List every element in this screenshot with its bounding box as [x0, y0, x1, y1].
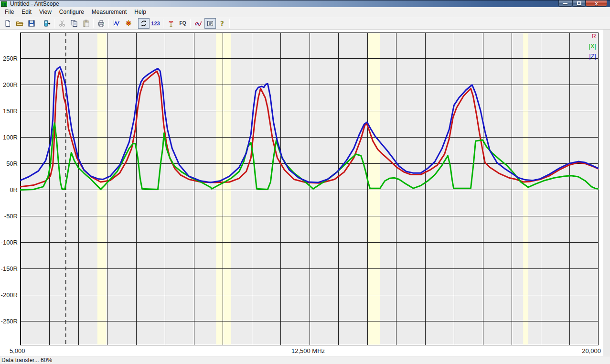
- scissors-icon: [58, 20, 66, 27]
- svg-text:?: ?: [220, 20, 224, 27]
- chart-button[interactable]: [111, 18, 122, 29]
- status-bar: Data transfer... 60%: [0, 356, 610, 364]
- connect-analyzer-button[interactable]: [41, 18, 53, 29]
- continuous-scan-button[interactable]: [138, 18, 150, 29]
- menu-measurement[interactable]: Measurement: [88, 8, 130, 16]
- y-tick: -250R: [0, 318, 18, 325]
- x-tick: 12,500 MHz: [260, 347, 356, 355]
- open-folder-icon: [16, 20, 23, 27]
- new-document-icon: [4, 20, 11, 27]
- close-button[interactable]: x: [586, 0, 607, 7]
- help-icon: ?: [218, 20, 226, 27]
- toolbar-separator: [163, 19, 163, 28]
- band-highlight: [523, 32, 528, 345]
- frequency-button[interactable]: FQ: [177, 18, 189, 29]
- y-tick: 50R: [0, 160, 18, 168]
- y-tick: -150R: [0, 265, 18, 273]
- legend-Z: |Z|: [572, 51, 596, 61]
- y-tick: 150R: [0, 107, 18, 115]
- menu-help[interactable]: Help: [130, 8, 150, 16]
- menu-edit[interactable]: Edit: [18, 8, 35, 16]
- menu-file[interactable]: File: [1, 8, 18, 16]
- multi-graph-button[interactable]: [193, 18, 204, 29]
- antscope-window: Untitled - AntScope x File Edit View Con…: [0, 0, 610, 364]
- help-button[interactable]: ?: [216, 18, 228, 29]
- legend-X: |X|: [572, 41, 596, 51]
- y-tick: -100R: [0, 239, 18, 246]
- save-button[interactable]: [26, 18, 37, 29]
- numbers-button[interactable]: 123: [150, 18, 161, 29]
- paste-icon: [82, 20, 90, 27]
- waves-icon: [194, 20, 202, 27]
- list-icon: [206, 20, 214, 27]
- menu-configure[interactable]: Configure: [55, 8, 88, 16]
- paste-button[interactable]: [80, 18, 92, 29]
- title-bar: Untitled - AntScope x: [0, 0, 610, 7]
- close-icon: x: [595, 1, 598, 6]
- x-tick: 20,000: [529, 347, 601, 355]
- star-delete-icon: [125, 20, 132, 27]
- legend: R|X||Z|: [572, 31, 596, 61]
- y-tick: -200R: [0, 291, 18, 299]
- new-file-button[interactable]: [2, 18, 13, 29]
- refresh-arrows-icon: [140, 20, 148, 27]
- right-gutter: [603, 30, 610, 356]
- show-table-button[interactable]: [204, 18, 216, 29]
- y-tick: 250R: [0, 55, 18, 63]
- antenna-button[interactable]: [165, 18, 177, 29]
- toolbar-separator: [190, 19, 191, 28]
- open-file-button[interactable]: [14, 18, 25, 29]
- band-highlight: [216, 32, 231, 345]
- maximize-button[interactable]: [572, 0, 586, 7]
- analyzer-device-icon: [43, 20, 51, 27]
- fq-label: FQ: [180, 21, 186, 26]
- maximize-icon: [577, 1, 581, 5]
- y-tick: 200R: [0, 81, 18, 89]
- chart-area: 250R200R150R100R50R0R-50R-100R-150R-200R…: [0, 30, 610, 356]
- toolbar-separator: [39, 19, 39, 28]
- y-tick: -50R: [0, 213, 18, 220]
- legend-R: R: [572, 31, 596, 41]
- status-text: Data transfer... 60%: [1, 357, 52, 364]
- copy-icon: [70, 20, 78, 27]
- x-tick: 5,000: [10, 347, 25, 355]
- menu-bar: File Edit View Configure Measurement Hel…: [0, 7, 610, 17]
- toolbar-separator: [229, 19, 230, 28]
- minimize-button[interactable]: [558, 0, 572, 7]
- cut-button[interactable]: [56, 18, 68, 29]
- window-title: Untitled - AntScope: [10, 0, 59, 8]
- copy-button[interactable]: [68, 18, 80, 29]
- impedance-plot[interactable]: [20, 32, 599, 345]
- printer-icon: [97, 20, 105, 27]
- save-floppy-icon: [28, 20, 35, 27]
- antenna-signal-icon: [167, 20, 175, 27]
- chart-curve-icon: [113, 20, 120, 27]
- y-tick: 100R: [0, 134, 18, 141]
- toolbar-separator: [93, 19, 94, 28]
- print-button[interactable]: [96, 18, 107, 29]
- toolbar: 123 FQ ?: [0, 17, 610, 30]
- app-icon: [1, 1, 7, 7]
- y-tick: 0R: [0, 186, 18, 194]
- toolbar-separator: [136, 19, 136, 28]
- delete-markers-button[interactable]: [123, 18, 134, 29]
- numbers-label: 123: [151, 21, 160, 26]
- toolbar-separator: [108, 19, 109, 28]
- menu-view[interactable]: View: [35, 8, 55, 16]
- minimize-icon: [563, 3, 567, 4]
- toolbar-separator: [54, 19, 54, 28]
